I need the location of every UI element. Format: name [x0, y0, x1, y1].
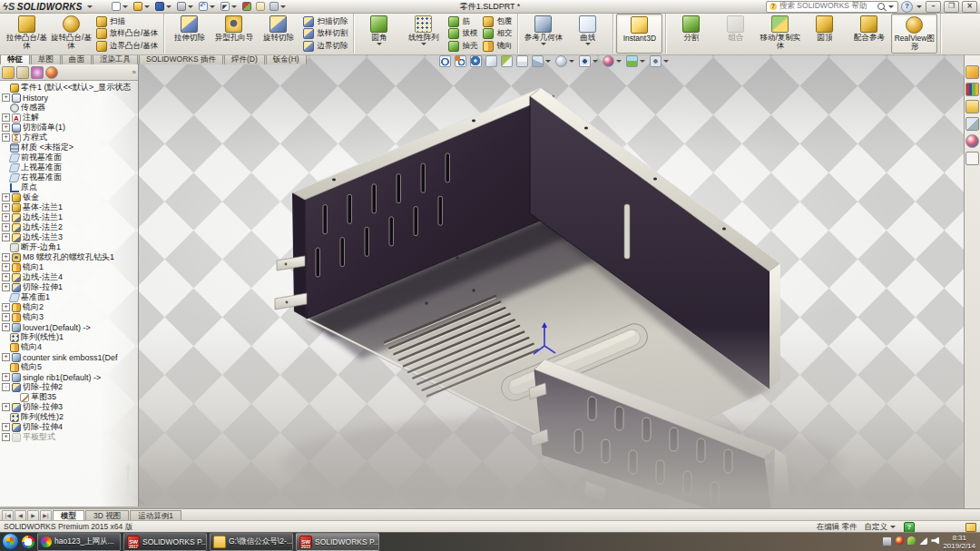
antivirus-icon[interactable] [896, 536, 904, 545]
expand-toggle[interactable]: + [2, 93, 10, 102]
close-button[interactable]: × [962, 1, 977, 13]
tree-item[interactable]: +single rib1(Default) -> [0, 372, 138, 382]
expand-toggle[interactable]: + [2, 353, 10, 361]
options-button[interactable] [268, 1, 289, 12]
expand-toggle[interactable]: + [2, 263, 10, 271]
mirror-button[interactable]: 镜向 [481, 40, 514, 52]
tree-item[interactable]: -切除-拉伸2 [0, 382, 138, 392]
displaymanager-tab-icon[interactable] [45, 66, 58, 79]
linear-pattern-dropdown-icon[interactable] [421, 43, 426, 45]
expand-toggle[interactable]: + [2, 403, 10, 411]
viewport-tab[interactable]: 模型 [53, 510, 84, 521]
apply-scene-button[interactable] [625, 54, 647, 68]
options-dropdown-icon[interactable] [280, 5, 286, 8]
tree-item[interactable]: +基体-法兰1 [0, 202, 138, 212]
taskbar-window[interactable]: 2015SOLIDWORKS P... [296, 533, 379, 551]
help-dropdown-icon[interactable] [916, 5, 922, 8]
rebuild-button[interactable] [240, 1, 253, 12]
expand-toggle[interactable]: + [2, 123, 10, 132]
boundary-boss-button[interactable]: 边界凸台/基体 [94, 40, 160, 52]
zoom-to-area-button[interactable] [454, 54, 467, 68]
print-button[interactable] [175, 1, 196, 12]
scroll-prev-button[interactable]: ◀ [15, 510, 26, 521]
tree-item[interactable]: +切除-拉伸4 [0, 422, 138, 432]
magnified-selection-button[interactable] [469, 54, 483, 68]
expand-toggle[interactable]: + [2, 303, 10, 311]
expand-toggle[interactable]: + [2, 213, 10, 221]
configurationmanager-tab-icon[interactable] [31, 66, 44, 79]
new-file-button[interactable] [110, 1, 131, 12]
print-dropdown-icon[interactable] [188, 5, 193, 8]
tree-item[interactable]: 断开-边角1 [0, 242, 138, 252]
section-view-button[interactable] [500, 54, 514, 68]
featuremanager-tab-icon[interactable] [2, 66, 15, 79]
tree-item[interactable]: 右视基准面 [0, 172, 138, 182]
view-orientation-button[interactable] [531, 54, 553, 68]
edit-appearance-button[interactable] [602, 54, 623, 68]
dynamic-annotation-views-button[interactable] [515, 54, 529, 68]
tree-item[interactable]: +切除-拉伸1 [0, 282, 138, 292]
tree-item[interactable]: 草图35 [0, 392, 138, 402]
tree-item[interactable]: 前视基准面 [0, 153, 138, 162]
taskbar-clock[interactable]: 8:31 2019/2/14 [943, 534, 975, 550]
split-button[interactable]: 分割 [669, 14, 713, 54]
edit-appearance-dropdown-icon[interactable] [616, 60, 622, 63]
shell-button[interactable]: 抽壳 [446, 40, 479, 52]
expand-toggle[interactable]: + [2, 273, 10, 281]
extruded-cut-button[interactable]: 拉伸切除 [167, 14, 211, 54]
hide-show-items-button[interactable] [578, 54, 600, 68]
expand-toggle[interactable]: + [2, 203, 10, 212]
save-button[interactable] [153, 1, 174, 12]
dome-button[interactable]: 圆顶 [802, 14, 847, 54]
tree-item[interactable]: +边线-法兰4 [0, 272, 138, 282]
revolved-boss-button[interactable]: 旋转凸台/基体 [49, 14, 93, 54]
help-button[interactable]: ? [901, 1, 913, 13]
tree-item[interactable]: +counter sink emboss1(Def [0, 352, 138, 362]
logo-dropdown-icon[interactable] [87, 5, 93, 8]
hide-show-items-dropdown-icon[interactable] [593, 60, 598, 63]
restore-button[interactable]: ❐ [944, 1, 959, 13]
tree-item[interactable]: 材质 <未指定> [0, 143, 138, 153]
expand-toggle[interactable]: + [2, 433, 10, 441]
tree-item[interactable]: +镜向3 [0, 312, 138, 322]
browser-quicklaunch-icon[interactable] [22, 536, 34, 548]
status-tag-icon[interactable] [965, 523, 976, 532]
display-style-button[interactable] [554, 54, 576, 68]
expand-toggle[interactable]: + [2, 233, 10, 241]
expand-toggle[interactable]: + [2, 133, 10, 142]
view-settings-dropdown-icon[interactable] [663, 60, 669, 63]
select-dropdown-icon[interactable] [231, 5, 237, 8]
tree-item[interactable]: +平板型式 [0, 432, 138, 442]
tree-item[interactable]: 镜向5 [0, 362, 138, 372]
curves-button[interactable]: 曲线 [565, 14, 610, 54]
tree-item[interactable]: +切除-拉伸3 [0, 402, 138, 412]
reference-geometry-dropdown-icon[interactable] [541, 43, 546, 45]
tree-item[interactable]: 上视基准面 [0, 162, 138, 172]
display-style-dropdown-icon[interactable] [569, 60, 574, 63]
select-button[interactable] [219, 1, 240, 12]
file-explorer-icon[interactable] [965, 100, 979, 113]
tree-item[interactable]: 镜向4 [0, 342, 138, 352]
mate-reference-button[interactable]: 配合参考 [847, 14, 891, 54]
scroll-next-button[interactable]: ▶ [27, 510, 39, 521]
tree-item[interactable]: 传感器 [0, 103, 138, 113]
fillet-button[interactable]: 圆角 [357, 14, 401, 54]
input-method-icon[interactable] [882, 536, 892, 546]
zoom-to-fit-button[interactable] [438, 54, 452, 68]
view-settings-button[interactable] [649, 54, 671, 68]
tree-item[interactable]: +切割清单(1) [0, 123, 138, 133]
lofted-cut-button[interactable]: 放样切割 [301, 28, 349, 40]
apply-scene-dropdown-icon[interactable] [640, 60, 645, 63]
swept-boss-button[interactable]: 扫描 [94, 15, 160, 27]
revolved-cut-button[interactable]: 旋转切除 [256, 14, 300, 54]
taskbar-window[interactable]: 2017SOLIDWORKS P... [123, 533, 207, 551]
expand-toggle[interactable]: + [2, 113, 10, 122]
expand-toggle[interactable]: + [2, 323, 10, 331]
viewport-tab[interactable]: 3D 视图 [85, 510, 129, 521]
lofted-boss-button[interactable]: 放样凸台/基体 [94, 28, 160, 40]
expand-toggle[interactable]: + [2, 283, 10, 291]
boundary-cut-button[interactable]: 边界切除 [301, 40, 349, 52]
tree-item[interactable]: 基准面1 [0, 292, 138, 302]
search-dropdown-icon[interactable] [888, 5, 894, 8]
tree-item[interactable]: 阵列(线性)1 [0, 332, 138, 342]
